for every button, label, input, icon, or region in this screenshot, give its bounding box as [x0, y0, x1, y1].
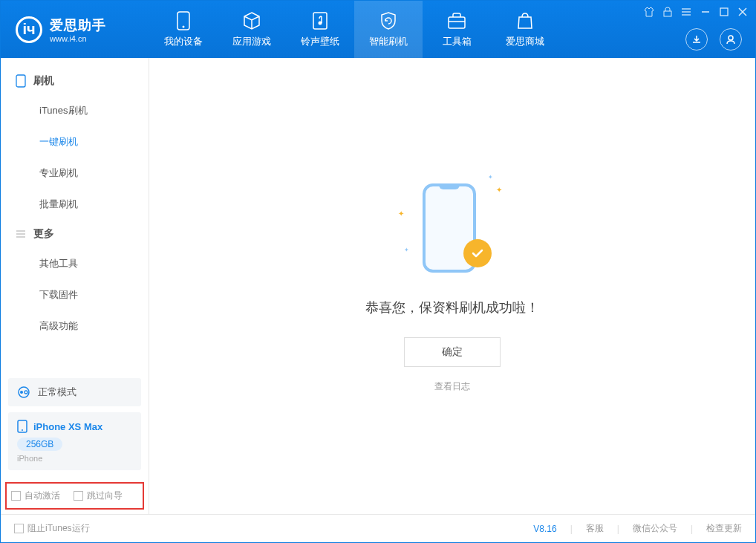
user-button[interactable] — [720, 28, 742, 51]
svg-rect-14 — [16, 75, 25, 87]
svg-rect-2 — [313, 13, 327, 29]
nav-tabs: 我的设备 应用游戏 铃声壁纸 智能刷机 工具箱 爱思商城 — [149, 1, 559, 58]
success-illustration: ✦ ✦ ✦ ✦ — [404, 180, 501, 276]
flash-options-highlight: 自动激活 跳过向导 — [5, 482, 144, 510]
app-title: 爱思助手 — [50, 16, 106, 34]
app-header: iч 爱思助手 www.i4.cn 我的设备 应用游戏 铃声壁纸 智能刷机 工具… — [1, 1, 755, 58]
customer-service-link[interactable]: 客服 — [586, 522, 604, 535]
tab-toolbox[interactable]: 工具箱 — [423, 1, 491, 58]
sparkle-icon: ✦ — [488, 174, 493, 181]
sidebar-item-itunes-flash[interactable]: iTunes刷机 — [1, 95, 149, 126]
toolbox-icon — [447, 10, 466, 31]
device-mode[interactable]: 正常模式 — [8, 378, 141, 406]
sidebar: 刷机 iTunes刷机 一键刷机 专业刷机 批量刷机 更多 其他工具 下载固件 … — [1, 58, 149, 514]
app-subtitle: www.i4.cn — [50, 34, 106, 43]
tab-my-device[interactable]: 我的设备 — [149, 1, 218, 58]
check-badge-icon — [463, 239, 492, 267]
svg-point-1 — [183, 26, 185, 28]
logo-area: iч 爱思助手 www.i4.cn — [1, 16, 149, 43]
svg-rect-10 — [720, 8, 728, 16]
checkbox-icon — [11, 491, 21, 501]
sidebar-section-more: 更多 — [1, 220, 149, 248]
download-button[interactable] — [685, 28, 708, 51]
check-update-link[interactable]: 检查更新 — [706, 522, 742, 535]
sidebar-item-firmware[interactable]: 下载固件 — [1, 279, 149, 310]
device-phone-icon — [17, 420, 27, 433]
svg-point-20 — [25, 391, 27, 394]
logo-icon: iч — [16, 16, 42, 43]
device-capacity: 256GB — [17, 438, 62, 451]
shield-refresh-icon — [379, 10, 398, 31]
sparkle-icon: ✦ — [404, 247, 409, 253]
sidebar-item-other-tools[interactable]: 其他工具 — [1, 248, 149, 279]
cube-icon — [242, 10, 261, 31]
status-bar: 阻止iTunes运行 V8.16 | 客服 | 微信公众号 | 检查更新 — [1, 514, 755, 542]
device-type: iPhone — [17, 454, 132, 463]
svg-rect-4 — [449, 17, 465, 28]
close-button[interactable] — [737, 7, 748, 17]
tab-ringtone[interactable]: 铃声壁纸 — [286, 1, 354, 58]
version-label: V8.16 — [533, 524, 556, 534]
checkbox-icon — [74, 491, 83, 501]
window-controls — [644, 7, 748, 17]
sparkle-icon: ✦ — [496, 186, 502, 194]
checkbox-block-itunes[interactable]: 阻止iTunes运行 — [14, 522, 90, 535]
main-content: ✦ ✦ ✦ ✦ 恭喜您，保资料刷机成功啦！ 确定 查看日志 — [149, 58, 755, 514]
shirt-icon[interactable] — [644, 7, 654, 17]
svg-point-13 — [729, 36, 733, 40]
sidebar-item-batch-flash[interactable]: 批量刷机 — [1, 189, 149, 220]
svg-point-19 — [20, 391, 23, 394]
menu-icon[interactable] — [681, 7, 691, 16]
list-icon — [16, 230, 26, 238]
sidebar-item-onekey-flash[interactable]: 一键刷机 — [1, 126, 149, 157]
svg-point-22 — [22, 429, 23, 431]
tab-smart-flash[interactable]: 智能刷机 — [354, 1, 423, 58]
view-log-link[interactable]: 查看日志 — [434, 380, 470, 393]
sidebar-item-advanced[interactable]: 高级功能 — [1, 310, 149, 342]
tab-apps[interactable]: 应用游戏 — [218, 1, 286, 58]
success-message: 恭喜您，保资料刷机成功啦！ — [365, 299, 539, 316]
checkbox-icon — [14, 524, 24, 533]
tab-store[interactable]: 爱思商城 — [491, 1, 559, 58]
sparkle-icon: ✦ — [398, 209, 404, 218]
checkbox-skip-guide[interactable]: 跳过向导 — [74, 490, 123, 502]
music-icon — [311, 10, 329, 31]
mode-icon — [17, 386, 30, 399]
sidebar-item-pro-flash[interactable]: 专业刷机 — [1, 157, 149, 189]
bag-icon — [516, 10, 534, 31]
device-card[interactable]: iPhone XS Max 256GB iPhone — [8, 412, 141, 470]
svg-point-3 — [319, 22, 322, 25]
phone-icon — [177, 10, 190, 31]
checkbox-auto-activate[interactable]: 自动激活 — [11, 490, 60, 502]
svg-rect-5 — [664, 11, 671, 16]
lock-icon[interactable] — [663, 7, 672, 17]
maximize-button[interactable] — [720, 7, 729, 16]
confirm-button[interactable]: 确定 — [404, 337, 501, 367]
wechat-link[interactable]: 微信公众号 — [633, 522, 677, 535]
minimize-button[interactable] — [700, 7, 711, 17]
sidebar-section-flash: 刷机 — [1, 67, 149, 95]
phone-small-icon — [16, 74, 26, 88]
